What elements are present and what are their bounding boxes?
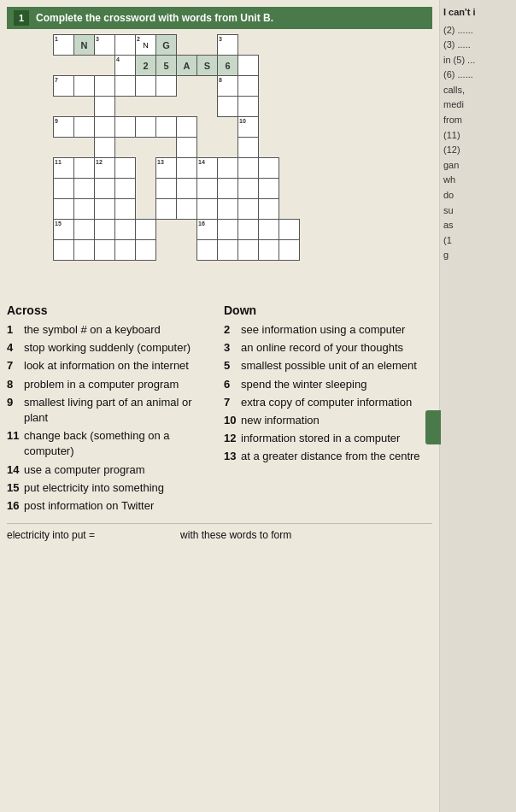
crossword-table[interactable]: 1 N 3 2N G 3 [53,34,300,261]
cell-r7c4[interactable] [115,158,136,179]
cell-r8c4[interactable] [115,179,136,199]
cell-r3c3[interactable] [95,76,115,97]
cell-r11c4[interactable] [115,240,136,261]
cell-r1c6[interactable]: G [156,35,177,56]
cell-r2c7[interactable]: A [177,56,197,76]
cell-r9c10[interactable] [238,199,259,220]
cell-r4c10[interactable] [238,97,259,117]
cell-r9c9[interactable] [218,199,238,220]
header-text: Complete the crossword with words from U… [36,12,273,24]
cell-r9c3[interactable] [95,199,115,220]
cell-r6c7[interactable] [177,138,197,158]
cell-r10c5[interactable] [136,220,156,240]
cell-r4c9[interactable] [218,97,238,117]
cell-empty [136,179,156,199]
cell-r11c8[interactable] [197,240,218,261]
cell-r10c2[interactable] [74,220,95,240]
clue-across-7: 7 look at information on the internet [7,358,215,374]
cell-r11c1[interactable] [54,240,74,261]
cell-r10c11[interactable] [259,220,279,240]
cell-r8c11[interactable] [259,179,279,199]
cell-r11c3[interactable] [95,240,115,261]
cell-r1c9[interactable]: 3 [218,35,238,56]
bottom-text: with these words to form [180,529,291,541]
cell-r9c6[interactable] [156,199,177,220]
clue-down-7: 7 extra copy of computer information [224,395,432,410]
cell-r7c10[interactable] [238,158,259,179]
cell-empty [259,35,279,56]
cell-r8c6[interactable] [156,179,177,199]
cell-r9c11[interactable] [259,199,279,220]
cell-r7c11[interactable] [259,158,279,179]
cell-r3c4[interactable] [115,76,136,97]
cell-r10c4[interactable] [115,220,136,240]
clue-down-13: 13 at a greater distance from the centre [224,449,432,464]
cell-r5c3[interactable] [95,117,115,138]
cell-r11c5[interactable] [136,240,156,261]
header-bar: 1 Complete the crossword with words from… [7,7,432,29]
cell-r7c2[interactable] [74,158,95,179]
cell-r10c3[interactable] [95,220,115,240]
cell-r1c4[interactable] [115,35,136,56]
electricity-clue: electricity into put = [7,529,95,541]
cell-empty [259,56,279,76]
clue-across-16: 16 post information on Twitter [7,498,215,514]
cell-r9c2[interactable] [74,199,95,220]
cell-r8c1[interactable] [54,179,74,199]
cell-r5c6[interactable] [156,117,177,138]
clue-down-2: 2 see information using a computer [224,322,432,338]
cell-r9c7[interactable] [177,199,197,220]
cell-r8c2[interactable] [74,179,95,199]
cell-empty [177,240,197,261]
cell-r10c9[interactable] [218,220,238,240]
cell-r11c11[interactable] [259,240,279,261]
cell-r6c10[interactable] [238,138,259,158]
cell-r5c2[interactable] [74,117,95,138]
cell-r10c10[interactable] [238,220,259,240]
cell-r8c7[interactable] [177,179,197,199]
cell-r3c2[interactable] [74,76,95,97]
green-tab [425,410,441,444]
cell-r8c9[interactable] [218,179,238,199]
cell-r8c3[interactable] [95,179,115,199]
right-sidebar: I can't i (2) ...... (3) ..... in (5) ..… [439,0,516,812]
cell-empty [259,117,279,138]
cell-r9c8[interactable] [197,199,218,220]
cell-r8c8[interactable] [197,179,218,199]
cell-empty [279,199,300,220]
cell-r1c3[interactable]: 3 [95,35,115,56]
cell-r6c3[interactable] [95,138,115,158]
cell-r11c10[interactable] [238,240,259,261]
cell-r2c5[interactable]: 2 [136,56,156,76]
cell-r11c2[interactable] [74,240,95,261]
cell-r3c10[interactable] [238,76,259,97]
cell-r5c4[interactable] [115,117,136,138]
cell-empty [136,199,156,220]
cell-empty [279,138,300,158]
cell-r4c3[interactable] [95,97,115,117]
cell-r10c12[interactable] [279,220,300,240]
clue-across-15: 15 put electricity into something [7,480,215,496]
cell-r2c6[interactable]: 5 [156,56,177,76]
cell-r3c6[interactable] [156,76,177,97]
cell-empty [74,138,95,158]
cell-r5c5[interactable] [136,117,156,138]
cell-r7c9[interactable] [218,158,238,179]
crossword-area: 1 N 3 2N G 3 [7,34,432,295]
cell-r9c4[interactable] [115,199,136,220]
cell-r2c10[interactable] [238,56,259,76]
cell-r9c1[interactable] [54,199,74,220]
cell-r11c9[interactable] [218,240,238,261]
cell-r3c5[interactable] [136,76,156,97]
cell-empty [115,138,136,158]
cell-r11c12[interactable] [279,240,300,261]
cell-r1c5[interactable]: 2N [136,35,156,56]
cell-r2c9[interactable]: 6 [218,56,238,76]
cell-r7c7[interactable] [177,158,197,179]
cell-r2c8[interactable]: S [197,56,218,76]
cell-r5c7[interactable] [177,117,197,138]
cell-r1c2[interactable]: N [74,35,95,56]
cell-empty [177,220,197,240]
cell-r8c10[interactable] [238,179,259,199]
cell-r1c1[interactable]: 1 [54,35,74,56]
